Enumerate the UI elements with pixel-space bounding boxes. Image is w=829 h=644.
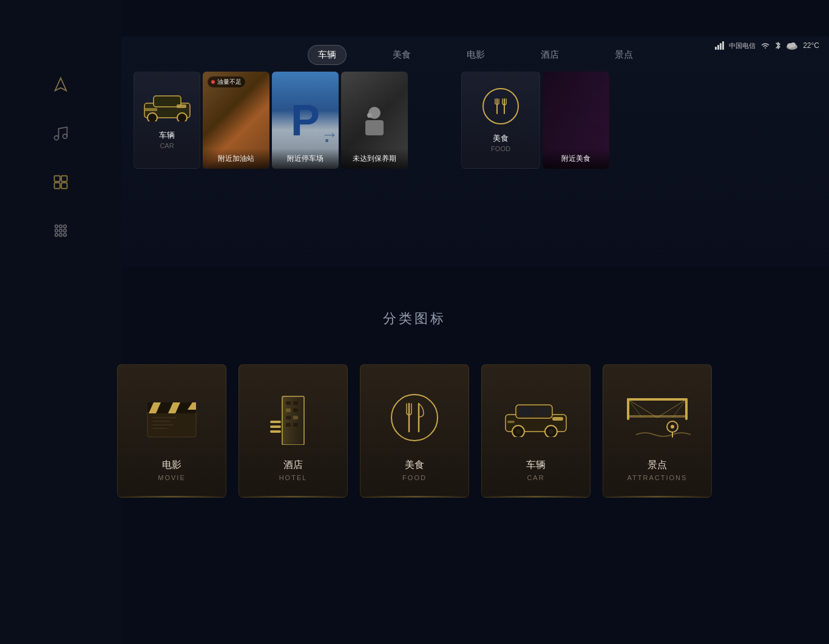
cat-card-attractions[interactable]: 景点 ATTRACTIONS [603, 364, 712, 498]
svg-rect-50 [293, 416, 298, 419]
card-grid: 车辆 CAR 油量不足 附近加油站 P . → 附 [121, 72, 829, 169]
attractions-en: ATTRACTIONS [628, 474, 688, 481]
car-label: 车辆 [159, 130, 175, 141]
svg-rect-3 [61, 176, 67, 181]
movie-icon-area [118, 381, 226, 454]
svg-point-10 [59, 229, 63, 232]
fork-knife-icon [490, 95, 512, 117]
nearby-food-overlay: 附近美食 [543, 149, 609, 169]
parking-card[interactable]: P . → 附近停车场 [272, 72, 339, 169]
attractions-zh: 景点 [648, 459, 667, 472]
food-circle-icon [482, 88, 519, 124]
food-cat-icon-area [360, 381, 469, 454]
maintenance-overlay: 未达到保养期 [341, 149, 408, 169]
cat-card-car[interactable]: 车辆 CAR [481, 364, 590, 498]
svg-point-13 [59, 234, 63, 237]
svg-point-77 [671, 425, 674, 429]
signal-icon [715, 41, 724, 50]
car-sub: CAR [160, 142, 174, 149]
svg-rect-51 [286, 423, 291, 427]
tab-hotel[interactable]: 酒店 [531, 46, 569, 64]
car-cat-en: CAR [527, 474, 544, 481]
svg-rect-45 [286, 401, 291, 405]
svg-line-72 [628, 399, 657, 418]
svg-point-63 [516, 429, 521, 434]
svg-rect-52 [293, 423, 298, 427]
maintenance-label: 未达到保养期 [346, 154, 403, 164]
cat-card-hotel[interactable]: 酒店 HOTEL [239, 364, 348, 498]
navigation-icon[interactable] [49, 73, 73, 97]
svg-rect-60 [552, 417, 563, 421]
car-card[interactable]: 车辆 CAR [134, 72, 200, 169]
svg-rect-29 [147, 410, 196, 437]
maintenance-card[interactable]: 未达到保养期 [341, 72, 408, 169]
tab-food[interactable]: 美食 [383, 46, 421, 64]
car-cat-icon-area [482, 381, 590, 454]
music-icon[interactable] [49, 121, 73, 146]
news-icon[interactable] [49, 170, 73, 194]
driver-icon [356, 102, 393, 138]
carrier-label: 中国电信 [729, 41, 756, 50]
movie-en: MOVIE [158, 474, 185, 481]
hotel-icon [269, 390, 317, 445]
svg-rect-47 [286, 408, 291, 412]
svg-point-8 [64, 225, 67, 228]
sidebar [0, 0, 121, 644]
weather-icon [786, 41, 798, 50]
badge-dot [211, 80, 215, 84]
svg-point-14 [64, 234, 67, 237]
svg-rect-25 [365, 120, 384, 135]
svg-rect-46 [293, 401, 298, 405]
svg-rect-5 [61, 183, 67, 188]
svg-rect-67 [536, 407, 550, 416]
svg-line-74 [628, 399, 642, 418]
car-cat-zh: 车辆 [526, 459, 546, 472]
svg-point-53 [391, 395, 438, 441]
svg-rect-37 [152, 421, 171, 422]
svg-rect-2 [55, 176, 60, 181]
svg-rect-66 [519, 407, 534, 416]
svg-rect-22 [177, 104, 186, 108]
svg-rect-69 [627, 398, 688, 401]
low-fuel-badge: 油量不足 [208, 76, 245, 87]
svg-point-11 [64, 229, 67, 232]
food-icon-card[interactable]: 美食 FOOD [461, 72, 540, 169]
svg-line-75 [672, 399, 686, 418]
attractions-icon-area [603, 381, 711, 454]
svg-rect-48 [293, 408, 298, 412]
svg-point-7 [59, 225, 63, 228]
cat-card-food[interactable]: 美食 FOOD [360, 364, 469, 498]
svg-point-20 [147, 113, 157, 121]
svg-rect-49 [286, 416, 291, 419]
apps-icon[interactable] [49, 219, 73, 243]
svg-point-17 [791, 42, 796, 47]
category-row: 电影 MOVIE [117, 364, 712, 498]
gas-overlay: 附近加油站 [203, 149, 269, 169]
tab-vehicle[interactable]: 车辆 [308, 45, 347, 65]
svg-rect-36 [152, 417, 177, 418]
nearby-food-card[interactable]: 附近美食 [543, 72, 609, 169]
car-silhouette-icon [141, 91, 193, 121]
hotel-zh: 酒店 [283, 459, 303, 472]
svg-rect-40 [270, 421, 281, 423]
svg-point-65 [549, 429, 553, 434]
svg-rect-42 [270, 430, 281, 433]
svg-rect-4 [55, 183, 60, 188]
svg-line-73 [657, 399, 686, 418]
gas-card[interactable]: 油量不足 附近加油站 [203, 72, 269, 169]
status-bar: 中国电信 22°C [708, 36, 829, 55]
svg-rect-70 [627, 398, 629, 420]
svg-point-0 [55, 136, 59, 140]
parking-label: 附近停车场 [277, 154, 334, 164]
svg-rect-71 [685, 398, 688, 420]
svg-point-1 [63, 134, 67, 138]
wifi-icon [760, 42, 770, 49]
hotel-en: HOTEL [279, 474, 308, 481]
tab-movie[interactable]: 电影 [457, 46, 495, 64]
food-cat-en: FOOD [402, 474, 427, 481]
movie-icon [141, 396, 202, 439]
food-sub: FOOD [491, 145, 510, 152]
food-label: 美食 [493, 133, 509, 144]
cat-card-movie[interactable]: 电影 MOVIE [117, 364, 226, 498]
tab-attractions[interactable]: 景点 [605, 46, 643, 64]
